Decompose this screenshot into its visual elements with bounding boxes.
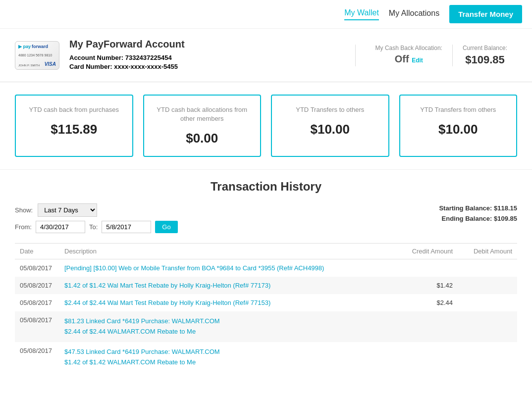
transaction-credit <box>398 259 458 277</box>
transaction-title: Transaction History <box>15 180 517 194</box>
transaction-link[interactable]: $47.53 Linked Card *6419 Purchase: WALMA… <box>64 348 220 355</box>
transaction-section: Transaction History Show: Last 7 DaysLas… <box>0 170 532 382</box>
transfer-money-button[interactable]: Transfer Money <box>449 5 522 23</box>
balance-value: $109.85 <box>463 53 507 66</box>
card-number-label: Card Number: <box>69 63 112 70</box>
starting-balance-value: $118.15 <box>494 204 517 212</box>
account-info: My PayForward Account Account Number: 73… <box>69 39 355 72</box>
show-select[interactable]: Last 7 DaysLast 30 DaysLast 90 DaysCusto… <box>38 203 97 217</box>
transaction-link[interactable]: $2.44 of $2.44 Wal Mart Test Rebate by H… <box>64 299 270 306</box>
stat-card-value: $0.00 <box>152 131 253 146</box>
table-row: 05/08/2017$47.53 Linked Card *6419 Purch… <box>15 342 517 373</box>
transaction-description: $2.44 of $2.44 Wal Mart Test Rebate by H… <box>59 294 398 311</box>
starting-balance-label: Starting Balance: <box>439 204 492 212</box>
transaction-date: 05/08/2017 <box>15 294 59 311</box>
transaction-credit <box>398 311 458 342</box>
account-number-row: Account Number: 7332437225454 <box>69 54 355 61</box>
ending-balance-label: Ending Balance: <box>442 215 492 222</box>
stats-cards-section: YTD cash back from purchases $115.89 YTD… <box>0 82 532 170</box>
transaction-description: $1.42 of $1.42 Wal Mart Test Rebate by H… <box>59 277 398 294</box>
show-label: Show: <box>15 206 33 214</box>
col-description: Description <box>59 244 398 259</box>
stat-card-label: YTD cash back from purchases <box>23 105 125 114</box>
stat-card-label: YTD cash back allocations from other mem… <box>152 105 253 123</box>
table-row: 05/08/2017$1.42 of $1.42 Wal Mart Test R… <box>15 277 517 294</box>
transaction-credit: $2.44 <box>398 294 458 311</box>
credit-card-image: ▶ pay forward 4880 1234 5678 9810 JOHN P… <box>15 41 59 70</box>
edit-cash-back-link[interactable]: Edit <box>412 57 423 64</box>
transaction-debit <box>458 277 517 294</box>
transaction-date: 05/08/2017 <box>15 259 59 277</box>
col-debit: Debit Amount <box>458 244 517 259</box>
to-label: To: <box>89 223 98 231</box>
to-date-input[interactable] <box>102 221 151 233</box>
table-row: 05/08/2017$2.44 of $2.44 Wal Mart Test R… <box>15 294 517 311</box>
account-number-label: Account Number: <box>69 54 123 61</box>
table-row: 05/08/2017[Pending] [$10.00] Web or Mobi… <box>15 259 517 277</box>
balance-summary: Starting Balance: $118.15 Ending Balance… <box>439 203 517 224</box>
starting-balance-row: Starting Balance: $118.15 <box>439 203 517 214</box>
from-label: From: <box>15 223 32 231</box>
transaction-debit <box>458 342 517 373</box>
transaction-date: 05/08/2017 <box>15 342 59 373</box>
ending-balance-value: $109.85 <box>494 215 517 222</box>
transaction-link[interactable]: $2.44 of $2.44 WALMART.COM Rebate to Me <box>64 328 196 335</box>
top-navigation: My Wallet My Allocations Transfer Money <box>0 0 532 29</box>
table-row: 05/08/2017$81.23 Linked Card *6419 Purch… <box>15 311 517 342</box>
transaction-description: $47.53 Linked Card *6419 Purchase: WALMA… <box>59 342 398 373</box>
account-stats: My Cash Back Allocation: Off Edit Curren… <box>355 45 517 66</box>
col-credit: Credit Amount <box>398 244 458 259</box>
stat-card-value: $115.89 <box>23 122 125 137</box>
col-date: Date <box>15 244 59 259</box>
account-number-value: 7332437225454 <box>125 54 172 61</box>
card-number-display: 4880 1234 5678 9810 <box>18 53 56 57</box>
stat-card: YTD cash back allocations from other mem… <box>143 95 262 157</box>
transaction-table: Date Description Credit Amount Debit Amo… <box>15 243 517 372</box>
card-number-row: Card Number: xxxx-xxxx-xxxx-5455 <box>69 63 355 70</box>
transaction-link[interactable]: $1.42 of $1.42 Wal Mart Test Rebate by H… <box>64 282 270 289</box>
transaction-description: [Pending] [$10.00] Web or Mobile Transfe… <box>59 259 398 277</box>
from-date-input[interactable] <box>36 221 85 233</box>
balance-label: Current Balance: <box>463 45 507 51</box>
cash-back-stat: My Cash Back Allocation: Off Edit <box>366 45 452 66</box>
transaction-date: 05/08/2017 <box>15 311 59 342</box>
card-bottom: JOHN P. SMITH VISA <box>18 61 56 67</box>
stat-card-label: YTD Transfers to others <box>279 105 381 114</box>
current-balance-stat: Current Balance: $109.85 <box>452 45 517 66</box>
transaction-credit <box>398 342 458 373</box>
transaction-date: 05/08/2017 <box>15 277 59 294</box>
filter-row: Show: Last 7 DaysLast 30 DaysLast 90 Day… <box>15 203 178 217</box>
transaction-link[interactable]: $1.42 of $1.42 WALMART.COM Rebate to Me <box>64 358 196 366</box>
account-header: ▶ pay forward 4880 1234 5678 9810 JOHN P… <box>0 29 532 82</box>
cash-back-value: Off Edit <box>375 53 442 65</box>
go-button[interactable]: Go <box>155 221 177 233</box>
card-holder-name: JOHN P. SMITH <box>18 64 40 67</box>
transaction-description: $81.23 Linked Card *6419 Purchase: WALMA… <box>59 311 398 342</box>
nav-my-wallet[interactable]: My Wallet <box>344 8 379 20</box>
stat-card-value: $10.00 <box>408 122 509 137</box>
stat-card-value: $10.00 <box>279 122 381 137</box>
cash-back-label: My Cash Back Allocation: <box>375 45 442 51</box>
transaction-debit <box>458 311 517 342</box>
transaction-debit <box>458 294 517 311</box>
card-number-masked: xxxx-xxxx-xxxx-5455 <box>114 63 178 70</box>
stat-card: YTD cash back from purchases $115.89 <box>15 95 133 157</box>
transaction-link[interactable]: $81.23 Linked Card *6419 Purchase: WALMA… <box>64 317 220 325</box>
stat-card-label: YTD Transfers from others <box>408 105 509 114</box>
transaction-link[interactable]: [Pending] [$10.00] Web or Mobile Transfe… <box>64 264 324 272</box>
account-title: My PayForward Account <box>69 39 355 50</box>
transaction-credit: $1.42 <box>398 277 458 294</box>
visa-logo: VISA <box>45 61 56 67</box>
card-logo: ▶ pay forward <box>18 44 56 49</box>
transaction-debit <box>458 259 517 277</box>
nav-my-allocations[interactable]: My Allocations <box>389 9 439 20</box>
stat-card: YTD Transfers to others $10.00 <box>271 95 389 157</box>
ending-balance-row: Ending Balance: $109.85 <box>439 214 517 224</box>
date-filter-row: From: To: Go <box>15 221 178 233</box>
stat-card: YTD Transfers from others $10.00 <box>399 95 518 157</box>
